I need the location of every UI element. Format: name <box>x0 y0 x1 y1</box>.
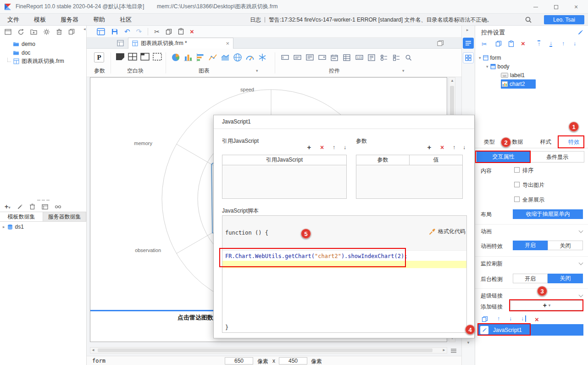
close-button[interactable]: × <box>566 0 586 14</box>
scroll-left-icon[interactable]: ◄ <box>91 348 95 353</box>
paste-widget-icon[interactable] <box>508 40 514 47</box>
add-link-button[interactable]: + ▾ <box>510 300 583 310</box>
save-icon[interactable] <box>111 28 118 35</box>
tab-type[interactable]: 类型 <box>475 136 504 148</box>
column-chart-icon[interactable] <box>183 53 193 62</box>
tab-block-icon[interactable] <box>140 53 150 61</box>
tree-item-chart2[interactable]: chart2 <box>502 79 525 88</box>
fullscreen-checkbox[interactable] <box>514 197 520 202</box>
move-link-up-icon[interactable]: ↑ <box>497 315 500 322</box>
chart-caption-label[interactable]: 点击雷达图数 <box>178 314 213 322</box>
ref-js-table[interactable]: 引用JavaScript <box>222 155 347 199</box>
area-chart-icon[interactable] <box>221 53 230 62</box>
richtext-widget-icon[interactable] <box>368 54 375 61</box>
switch-directory-icon[interactable] <box>5 28 11 35</box>
collapse-monitor-icon[interactable] <box>579 261 583 265</box>
menu-file[interactable]: 文件 <box>0 16 27 24</box>
move-up-icon[interactable]: ↑ <box>562 40 565 47</box>
menu-help[interactable]: 帮助 <box>86 16 112 24</box>
cut-widget-icon[interactable]: ✂ <box>482 40 487 48</box>
paste-icon[interactable] <box>178 28 184 35</box>
form-width-input[interactable] <box>225 357 253 365</box>
move-down-icon[interactable]: ↓ <box>573 40 576 47</box>
javascript-code-editor[interactable]: function () { 格式化代码 FR.Chart.WebUtils.ge… <box>222 215 467 333</box>
copy-widget-icon[interactable] <box>495 40 502 47</box>
preview-dataset-icon[interactable] <box>42 204 48 210</box>
sort-checkbox[interactable] <box>514 167 520 173</box>
delete-icon[interactable]: × <box>190 28 194 35</box>
backend-on-button[interactable]: 开启 <box>513 274 548 283</box>
checkbox-group-icon[interactable] <box>393 54 400 61</box>
param-table[interactable]: 参数 值 <box>356 155 463 199</box>
search-icon[interactable] <box>525 16 532 23</box>
new-folder-icon[interactable] <box>30 29 37 35</box>
subtab-condition-display[interactable]: 条件显示 <box>530 151 584 163</box>
menu-server[interactable]: 服务器 <box>53 16 86 24</box>
horizontal-scroll-thumb[interactable] <box>98 348 433 352</box>
tree-folder-demo[interactable]: demo <box>0 39 86 48</box>
refresh-icon[interactable] <box>17 28 24 35</box>
scroll-up-icon[interactable]: ▲ <box>450 78 454 84</box>
scroll-right-icon[interactable]: ► <box>442 348 446 353</box>
backend-off-button[interactable]: 关闭 <box>548 274 583 283</box>
param-up-button[interactable]: ↑ <box>450 144 458 151</box>
tree-item-body[interactable]: ▾ body <box>486 62 510 71</box>
gauge-chart-icon[interactable] <box>245 53 255 62</box>
settings-icon[interactable] <box>43 28 50 35</box>
text-field-icon[interactable] <box>281 54 289 61</box>
ref-js-up-button[interactable]: ↑ <box>330 144 338 151</box>
move-top-icon[interactable]: ↑ <box>538 40 540 47</box>
query-button-icon[interactable] <box>405 54 412 61</box>
absolute-block-icon[interactable] <box>153 53 162 61</box>
chart-more-icon[interactable]: ▾ <box>256 68 258 73</box>
remove-param-button[interactable]: × <box>438 144 446 151</box>
collapse-hyperlink-icon[interactable] <box>579 293 583 298</box>
format-code-button[interactable]: 格式化代码 <box>429 228 466 236</box>
bar-chart-icon[interactable] <box>196 53 205 62</box>
param-down-button[interactable]: ↓ <box>460 144 468 151</box>
form-body-icon[interactable] <box>117 40 124 46</box>
menu-community[interactable]: 社区 <box>112 16 139 24</box>
delete-link-icon[interactable]: × <box>535 315 539 323</box>
log-label[interactable]: 日志 <box>250 16 261 24</box>
form-height-input[interactable] <box>279 357 307 365</box>
add-param-button[interactable]: + <box>426 144 433 151</box>
copy-icon[interactable] <box>68 28 75 35</box>
copy-link-icon[interactable] <box>482 316 488 322</box>
tab-style[interactable]: 样式 <box>532 136 560 148</box>
edit-dataset-icon[interactable] <box>17 204 23 210</box>
report-block-icon[interactable] <box>116 53 125 61</box>
menu-template[interactable]: 模板 <box>27 16 53 24</box>
number-field-icon[interactable]: 123 <box>355 54 363 61</box>
data-connection-icon[interactable] <box>55 204 61 210</box>
parameter-pane-button[interactable]: P <box>94 52 104 62</box>
tree-file-frm[interactable]: 图表跳跃切换.frm <box>0 57 86 66</box>
tree-folder-doc[interactable]: doc <box>0 48 86 57</box>
close-tab-icon[interactable]: × <box>226 40 229 47</box>
delete-dataset-icon[interactable] <box>29 203 35 210</box>
dataset-item-ds1[interactable]: ▸ ds1 <box>0 222 86 232</box>
template-settings-icon[interactable] <box>97 28 105 35</box>
add-dataset-button[interactable]: +▾ <box>5 203 11 210</box>
drawer-menu-button[interactable]: 收缩于抽屉菜单内 <box>513 209 583 219</box>
date-picker-icon[interactable] <box>331 54 338 61</box>
animation-off-button[interactable]: 关闭 <box>548 241 583 250</box>
collapse-left-panel-icon[interactable]: ◂ <box>83 27 86 31</box>
pie-chart-icon[interactable] <box>171 53 180 62</box>
textarea-widget-icon[interactable] <box>306 54 314 61</box>
minimize-button[interactable] <box>526 0 546 14</box>
document-tab[interactable]: 图表跳跃切换.frm * × <box>128 38 233 49</box>
export-image-checkbox[interactable] <box>514 182 520 187</box>
move-bottom-icon[interactable]: ↓ <box>549 40 552 47</box>
widget-more-icon[interactable]: ▾ <box>402 68 405 73</box>
ref-js-down-button[interactable]: ↓ <box>341 144 349 151</box>
code-line[interactable]: FR.Chart.WebUtils.getChart("chart2").sho… <box>222 252 466 261</box>
subtab-interaction[interactable]: 交互属性 <box>477 151 530 163</box>
delete-widget-icon[interactable]: × <box>521 40 525 47</box>
widget-settings-toggle[interactable] <box>463 38 474 49</box>
tree-item-form[interactable]: ▾ form <box>479 53 501 62</box>
tab-template-dataset[interactable]: 模板数据集 <box>0 212 43 221</box>
tab-server-dataset[interactable]: 服务器数据集 <box>43 212 86 221</box>
copy-icon[interactable] <box>166 28 172 35</box>
undo-icon[interactable]: ↶ <box>124 28 130 35</box>
